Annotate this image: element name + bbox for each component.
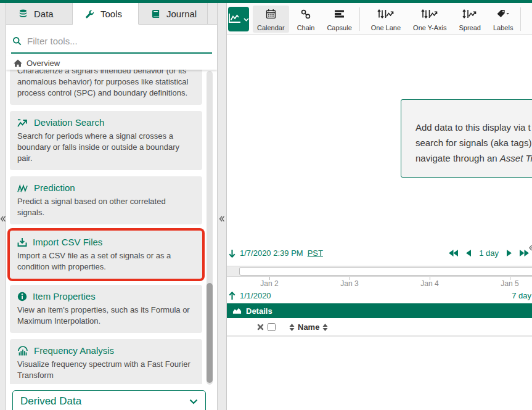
toolbar-chain-button[interactable]: Chain — [293, 6, 319, 33]
database-icon — [18, 9, 28, 18]
timezone-link[interactable]: PST — [308, 248, 323, 258]
tool-description: View an item's properties, such as its F… — [17, 305, 195, 327]
details-panel-header[interactable]: Details — [227, 303, 532, 318]
time-range-scrubber[interactable] — [227, 266, 532, 277]
tab-data[interactable]: Data — [6, 3, 73, 25]
area-chart-icon — [232, 307, 242, 314]
trend-display-area: Add data to this display via t search fo… — [227, 35, 532, 247]
scrollbar-thumb[interactable] — [207, 283, 213, 383]
tool-card-item-properties[interactable]: Item Properties View an item's propertie… — [10, 285, 202, 333]
display-range-controls: 1/7/2020 2:39 PM PST 1 day — [227, 248, 532, 262]
step-forward-fast-icon[interactable] — [520, 250, 529, 256]
investigate-duration[interactable]: 7 day — [512, 291, 531, 300]
tab-data-label: Data — [34, 9, 54, 19]
remove-all-icon[interactable] — [257, 324, 264, 330]
axis-tick-label: Jan 2 — [260, 279, 278, 288]
tool-card-frequency-analysis[interactable]: Frequency Analysis Visualize frequency s… — [10, 339, 202, 384]
tab-journal-label: Journal — [166, 9, 197, 19]
message-line: search for signals (aka tags) — [415, 135, 532, 150]
arrow-up-icon[interactable] — [229, 292, 235, 300]
toolbar-capsule-label: Capsule — [327, 24, 351, 31]
step-back-fast-icon[interactable] — [449, 250, 458, 256]
view-mode-button[interactable] — [228, 7, 249, 31]
toolbar-one-y-axis-label: One Y-Axis — [413, 24, 446, 31]
spread-icon — [462, 7, 477, 21]
collapse-panel-icon[interactable] — [219, 216, 225, 222]
tool-title: Frequency Analysis — [34, 345, 114, 357]
tool-title: Import CSV Files — [33, 236, 102, 248]
sort-icon[interactable] — [289, 324, 295, 331]
tool-list: Characterize a signal's intended behavio… — [6, 70, 206, 384]
tool-description: Visualize frequency spectrum with a Fast… — [17, 359, 195, 381]
toolbar-one-y-axis-button[interactable]: One Y-Axis — [409, 6, 451, 33]
investigate-start-date[interactable]: 1/1/2020 — [240, 291, 271, 300]
tool-search-row — [11, 29, 212, 54]
message-line: navigate through an Asset Tr — [415, 150, 532, 166]
axis-tick-label: Jan 5 — [501, 279, 518, 288]
frequency-icon — [17, 346, 28, 356]
toolbar-one-lane-button[interactable]: One Lane — [367, 6, 405, 33]
tool-card-import-csv-files[interactable]: Import CSV Files Import a CSV file as a … — [10, 231, 202, 279]
tool-card-prediction[interactable]: Prediction Predict a signal based on oth… — [10, 176, 202, 224]
details-table-header: Name — [227, 318, 532, 337]
panel-divider-strip[interactable] — [217, 3, 227, 410]
prediction-icon — [17, 184, 28, 193]
breadcrumb-overview[interactable]: Overview — [6, 56, 217, 70]
deviation-search-icon — [17, 118, 28, 128]
step-forward-icon[interactable] — [507, 250, 512, 256]
toolbar-dimming-button[interactable]: Dimming — [528, 6, 532, 33]
step-size-label[interactable]: 1 day — [479, 248, 499, 258]
toolbar-labels-button[interactable]: Labels — [489, 6, 517, 33]
timeline-axis: Jan 2 Jan 3 Jan 4 Jan 5 — [227, 277, 532, 289]
one-y-axis-icon — [421, 7, 438, 21]
one-lane-icon — [377, 7, 395, 21]
details-panel-title: Details — [246, 306, 272, 316]
toolbar-spread-button[interactable]: Spread — [455, 6, 485, 33]
tool-title: Deviation Search — [34, 117, 104, 129]
panel-tabs: Data Tools Journal — [6, 3, 217, 25]
toolbar-capsule-button[interactable]: Capsule — [322, 6, 356, 33]
home-icon — [14, 59, 22, 67]
toolbar-separator — [359, 7, 360, 31]
select-all-checkbox[interactable] — [268, 323, 276, 331]
info-icon — [17, 292, 27, 301]
display-end-time[interactable]: 1/7/2020 2:39 PM — [240, 248, 303, 258]
journal-icon — [151, 9, 160, 18]
tool-list-scrollbar[interactable] — [207, 71, 213, 385]
scrubber-selection[interactable] — [239, 267, 532, 276]
tab-filler — [208, 3, 217, 25]
chevron-down-icon[interactable] — [189, 399, 198, 404]
tab-journal[interactable]: Journal — [139, 3, 208, 25]
tool-title: Prediction — [34, 182, 75, 194]
breadcrumb-label: Overview — [27, 59, 60, 68]
calendar-icon — [266, 7, 276, 21]
chevron-down-icon — [243, 14, 249, 23]
tool-title: Item Properties — [33, 290, 96, 303]
axis-tick-label: Jan 4 — [420, 279, 438, 288]
toolbar-separator — [520, 7, 521, 31]
collapse-left-icon[interactable] — [0, 216, 6, 222]
add-data-message-box: Add data to this display via t search fo… — [401, 99, 532, 178]
toolbar-spread-label: Spread — [459, 24, 481, 31]
display-pane: Calendar Chain Capsule One Lane — [227, 3, 532, 410]
tool-card-deviation-search[interactable]: Deviation Search Search for periods wher… — [10, 111, 202, 170]
investigate-range-row: 1/1/2020 7 day — [227, 290, 532, 303]
app-window: Data Tools Journal — [0, 0, 532, 410]
name-column-header[interactable]: Name — [298, 322, 319, 332]
import-csv-icon — [17, 237, 27, 247]
tools-panel: Data Tools Journal — [6, 3, 217, 410]
filter-tools-input[interactable] — [27, 36, 211, 46]
axis-tick-label: Jan 3 — [340, 279, 358, 288]
derived-data-panel[interactable]: Derived Data View data created by tools … — [12, 390, 206, 410]
step-back-icon[interactable] — [466, 250, 471, 256]
arrow-down-icon[interactable] — [229, 249, 235, 258]
search-icon — [12, 36, 22, 46]
sort-icon[interactable] — [322, 324, 328, 331]
tool-card-clipped[interactable]: Characterize a signal's intended behavio… — [10, 70, 202, 105]
left-collapse-strip[interactable] — [0, 3, 6, 410]
tab-tools[interactable]: Tools — [73, 3, 139, 25]
toolbar-calendar-button[interactable]: Calendar — [253, 6, 289, 33]
capsule-icon — [334, 7, 345, 21]
tool-description: Characterize a signal's intended behavio… — [17, 70, 195, 99]
toolbar-calendar-label: Calendar — [257, 24, 285, 31]
